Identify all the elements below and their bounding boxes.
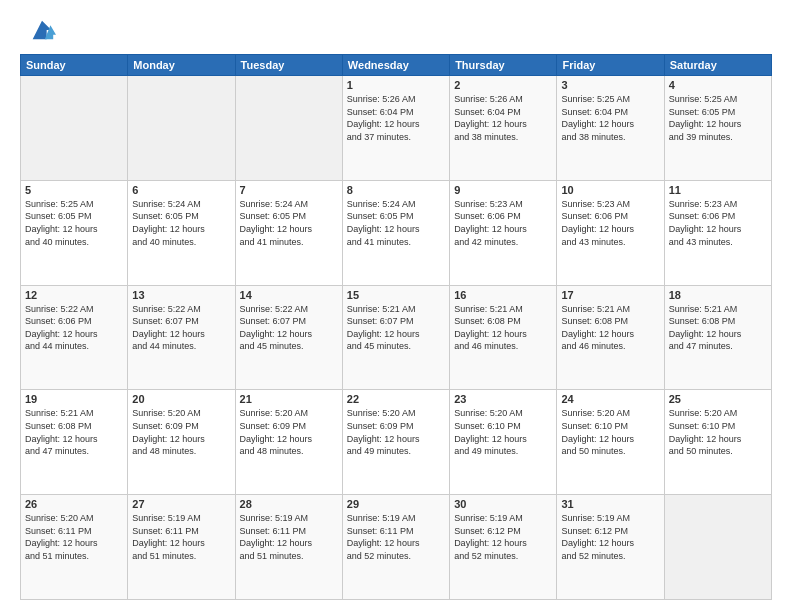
day-info: Sunrise: 5:25 AM Sunset: 6:04 PM Dayligh… xyxy=(561,93,659,143)
calendar-cell xyxy=(235,76,342,181)
day-info: Sunrise: 5:20 AM Sunset: 6:10 PM Dayligh… xyxy=(669,407,767,457)
day-number: 15 xyxy=(347,289,445,301)
calendar-cell: 22Sunrise: 5:20 AM Sunset: 6:09 PM Dayli… xyxy=(342,390,449,495)
day-info: Sunrise: 5:20 AM Sunset: 6:09 PM Dayligh… xyxy=(347,407,445,457)
day-number: 14 xyxy=(240,289,338,301)
calendar-cell: 14Sunrise: 5:22 AM Sunset: 6:07 PM Dayli… xyxy=(235,285,342,390)
calendar-week-row: 5Sunrise: 5:25 AM Sunset: 6:05 PM Daylig… xyxy=(21,180,772,285)
calendar-week-row: 12Sunrise: 5:22 AM Sunset: 6:06 PM Dayli… xyxy=(21,285,772,390)
calendar-cell: 31Sunrise: 5:19 AM Sunset: 6:12 PM Dayli… xyxy=(557,495,664,600)
calendar-week-row: 19Sunrise: 5:21 AM Sunset: 6:08 PM Dayli… xyxy=(21,390,772,495)
day-info: Sunrise: 5:21 AM Sunset: 6:08 PM Dayligh… xyxy=(561,303,659,353)
day-number: 10 xyxy=(561,184,659,196)
day-number: 9 xyxy=(454,184,552,196)
calendar-cell: 20Sunrise: 5:20 AM Sunset: 6:09 PM Dayli… xyxy=(128,390,235,495)
day-info: Sunrise: 5:22 AM Sunset: 6:07 PM Dayligh… xyxy=(132,303,230,353)
day-number: 8 xyxy=(347,184,445,196)
day-number: 21 xyxy=(240,393,338,405)
calendar-header-thursday: Thursday xyxy=(450,55,557,76)
day-number: 22 xyxy=(347,393,445,405)
day-info: Sunrise: 5:26 AM Sunset: 6:04 PM Dayligh… xyxy=(454,93,552,143)
calendar-cell: 11Sunrise: 5:23 AM Sunset: 6:06 PM Dayli… xyxy=(664,180,771,285)
day-info: Sunrise: 5:19 AM Sunset: 6:11 PM Dayligh… xyxy=(240,512,338,562)
day-info: Sunrise: 5:20 AM Sunset: 6:10 PM Dayligh… xyxy=(561,407,659,457)
calendar-cell: 26Sunrise: 5:20 AM Sunset: 6:11 PM Dayli… xyxy=(21,495,128,600)
day-number: 25 xyxy=(669,393,767,405)
day-number: 31 xyxy=(561,498,659,510)
day-number: 29 xyxy=(347,498,445,510)
calendar-cell: 8Sunrise: 5:24 AM Sunset: 6:05 PM Daylig… xyxy=(342,180,449,285)
calendar-cell: 19Sunrise: 5:21 AM Sunset: 6:08 PM Dayli… xyxy=(21,390,128,495)
day-info: Sunrise: 5:20 AM Sunset: 6:10 PM Dayligh… xyxy=(454,407,552,457)
day-info: Sunrise: 5:19 AM Sunset: 6:11 PM Dayligh… xyxy=(347,512,445,562)
calendar-week-row: 1Sunrise: 5:26 AM Sunset: 6:04 PM Daylig… xyxy=(21,76,772,181)
calendar-cell: 29Sunrise: 5:19 AM Sunset: 6:11 PM Dayli… xyxy=(342,495,449,600)
calendar-cell: 25Sunrise: 5:20 AM Sunset: 6:10 PM Dayli… xyxy=(664,390,771,495)
calendar-cell: 18Sunrise: 5:21 AM Sunset: 6:08 PM Dayli… xyxy=(664,285,771,390)
day-number: 20 xyxy=(132,393,230,405)
header xyxy=(20,16,772,44)
day-info: Sunrise: 5:25 AM Sunset: 6:05 PM Dayligh… xyxy=(25,198,123,248)
calendar-cell: 10Sunrise: 5:23 AM Sunset: 6:06 PM Dayli… xyxy=(557,180,664,285)
day-number: 24 xyxy=(561,393,659,405)
calendar-cell: 12Sunrise: 5:22 AM Sunset: 6:06 PM Dayli… xyxy=(21,285,128,390)
day-info: Sunrise: 5:21 AM Sunset: 6:07 PM Dayligh… xyxy=(347,303,445,353)
day-number: 27 xyxy=(132,498,230,510)
calendar-header-friday: Friday xyxy=(557,55,664,76)
day-info: Sunrise: 5:19 AM Sunset: 6:11 PM Dayligh… xyxy=(132,512,230,562)
calendar-header-row: SundayMondayTuesdayWednesdayThursdayFrid… xyxy=(21,55,772,76)
day-number: 1 xyxy=(347,79,445,91)
day-number: 2 xyxy=(454,79,552,91)
calendar-cell: 3Sunrise: 5:25 AM Sunset: 6:04 PM Daylig… xyxy=(557,76,664,181)
day-info: Sunrise: 5:24 AM Sunset: 6:05 PM Dayligh… xyxy=(132,198,230,248)
day-info: Sunrise: 5:21 AM Sunset: 6:08 PM Dayligh… xyxy=(25,407,123,457)
day-info: Sunrise: 5:20 AM Sunset: 6:09 PM Dayligh… xyxy=(132,407,230,457)
day-number: 18 xyxy=(669,289,767,301)
day-number: 23 xyxy=(454,393,552,405)
day-info: Sunrise: 5:24 AM Sunset: 6:05 PM Dayligh… xyxy=(347,198,445,248)
day-info: Sunrise: 5:22 AM Sunset: 6:06 PM Dayligh… xyxy=(25,303,123,353)
calendar-cell: 27Sunrise: 5:19 AM Sunset: 6:11 PM Dayli… xyxy=(128,495,235,600)
calendar-cell: 23Sunrise: 5:20 AM Sunset: 6:10 PM Dayli… xyxy=(450,390,557,495)
day-number: 16 xyxy=(454,289,552,301)
calendar-cell: 5Sunrise: 5:25 AM Sunset: 6:05 PM Daylig… xyxy=(21,180,128,285)
logo-icon xyxy=(28,16,56,44)
calendar-week-row: 26Sunrise: 5:20 AM Sunset: 6:11 PM Dayli… xyxy=(21,495,772,600)
calendar-cell xyxy=(664,495,771,600)
day-number: 3 xyxy=(561,79,659,91)
day-info: Sunrise: 5:21 AM Sunset: 6:08 PM Dayligh… xyxy=(669,303,767,353)
calendar-cell: 21Sunrise: 5:20 AM Sunset: 6:09 PM Dayli… xyxy=(235,390,342,495)
calendar-header-monday: Monday xyxy=(128,55,235,76)
calendar-header-tuesday: Tuesday xyxy=(235,55,342,76)
day-number: 6 xyxy=(132,184,230,196)
calendar-cell xyxy=(128,76,235,181)
day-number: 5 xyxy=(25,184,123,196)
calendar-cell: 2Sunrise: 5:26 AM Sunset: 6:04 PM Daylig… xyxy=(450,76,557,181)
calendar-cell: 4Sunrise: 5:25 AM Sunset: 6:05 PM Daylig… xyxy=(664,76,771,181)
day-info: Sunrise: 5:19 AM Sunset: 6:12 PM Dayligh… xyxy=(454,512,552,562)
day-info: Sunrise: 5:20 AM Sunset: 6:11 PM Dayligh… xyxy=(25,512,123,562)
day-info: Sunrise: 5:23 AM Sunset: 6:06 PM Dayligh… xyxy=(454,198,552,248)
day-info: Sunrise: 5:22 AM Sunset: 6:07 PM Dayligh… xyxy=(240,303,338,353)
calendar-header-sunday: Sunday xyxy=(21,55,128,76)
day-number: 11 xyxy=(669,184,767,196)
day-info: Sunrise: 5:21 AM Sunset: 6:08 PM Dayligh… xyxy=(454,303,552,353)
day-number: 19 xyxy=(25,393,123,405)
day-number: 4 xyxy=(669,79,767,91)
calendar-cell: 16Sunrise: 5:21 AM Sunset: 6:08 PM Dayli… xyxy=(450,285,557,390)
calendar-cell: 28Sunrise: 5:19 AM Sunset: 6:11 PM Dayli… xyxy=(235,495,342,600)
calendar-cell: 1Sunrise: 5:26 AM Sunset: 6:04 PM Daylig… xyxy=(342,76,449,181)
calendar-header-wednesday: Wednesday xyxy=(342,55,449,76)
day-number: 28 xyxy=(240,498,338,510)
calendar-cell: 15Sunrise: 5:21 AM Sunset: 6:07 PM Dayli… xyxy=(342,285,449,390)
day-number: 12 xyxy=(25,289,123,301)
day-number: 26 xyxy=(25,498,123,510)
calendar-table: SundayMondayTuesdayWednesdayThursdayFrid… xyxy=(20,54,772,600)
day-info: Sunrise: 5:20 AM Sunset: 6:09 PM Dayligh… xyxy=(240,407,338,457)
calendar-cell: 13Sunrise: 5:22 AM Sunset: 6:07 PM Dayli… xyxy=(128,285,235,390)
day-info: Sunrise: 5:25 AM Sunset: 6:05 PM Dayligh… xyxy=(669,93,767,143)
day-info: Sunrise: 5:23 AM Sunset: 6:06 PM Dayligh… xyxy=(669,198,767,248)
calendar-header-saturday: Saturday xyxy=(664,55,771,76)
day-info: Sunrise: 5:23 AM Sunset: 6:06 PM Dayligh… xyxy=(561,198,659,248)
day-number: 7 xyxy=(240,184,338,196)
